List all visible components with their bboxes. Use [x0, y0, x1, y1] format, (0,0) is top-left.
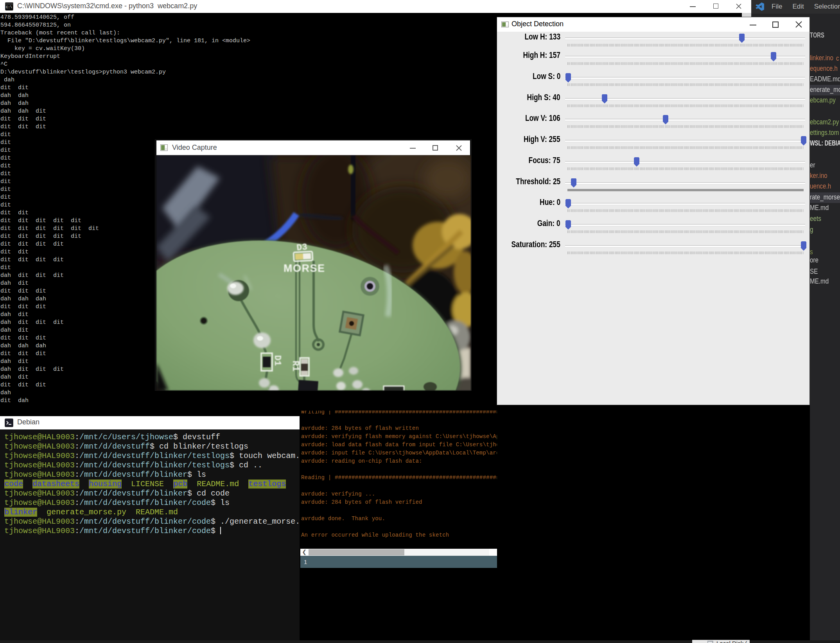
svg-text:MORSE: MORSE [284, 262, 325, 274]
svg-text:C:\: C:\ [6, 5, 12, 9]
svg-text:D1: D1 [272, 355, 282, 366]
svg-text:R1: R1 [290, 361, 300, 372]
